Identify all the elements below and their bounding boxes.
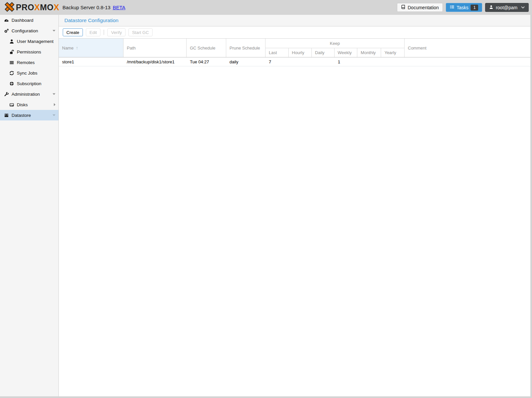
- sidebar-item-disks[interactable]: Disks: [0, 99, 58, 110]
- column-header-keep-monthly[interactable]: Monthly: [357, 48, 381, 57]
- sidebar-item-remotes[interactable]: Remotes: [0, 57, 58, 68]
- right-edge-gutter: [530, 15, 532, 396]
- support-lifering-icon: [9, 81, 14, 86]
- sidebar-item-dashboard[interactable]: Dashboard: [0, 15, 58, 25]
- chevron-down-icon: [53, 30, 55, 32]
- cell-path: /mnt/backup/disk1/store1: [124, 59, 187, 64]
- beta-link[interactable]: BETA: [113, 5, 125, 10]
- proxmox-logo: PROXMOX: [4, 2, 59, 13]
- datastore-grid: Name ↑ Path GC Schedule Prune Schedule K…: [59, 39, 530, 66]
- toolbar-separator: [104, 30, 104, 35]
- page-title: Datastore Configuration: [64, 17, 119, 23]
- user-menu-button[interactable]: root@pam: [485, 3, 529, 12]
- sidebar-item-datastore[interactable]: Datastore: [0, 110, 58, 120]
- table-row-store1[interactable]: store1 /mnt/backup/disk1/store1 Tue 04:2…: [59, 57, 530, 66]
- chevron-right-icon: [54, 103, 55, 106]
- gears-icon: [4, 28, 9, 33]
- start-gc-button[interactable]: Start GC: [128, 28, 153, 36]
- wrench-icon: [4, 92, 9, 97]
- proxmox-wordmark: PROXMOX: [16, 3, 59, 12]
- column-header-keep-hourly[interactable]: Hourly: [289, 48, 312, 57]
- body: Dashboard: [0, 15, 532, 396]
- edit-button[interactable]: Edit: [86, 28, 100, 36]
- column-group-keep: Keep Last Hourly Daily Weekly Monthly Ye…: [266, 39, 405, 57]
- chevron-down-icon: [53, 115, 55, 116]
- column-header-keep-daily[interactable]: Daily: [312, 48, 335, 57]
- header-actions: Documentation Tasks 1: [397, 3, 529, 12]
- sort-ascending-icon: ↑: [76, 45, 78, 50]
- tasks-button[interactable]: Tasks 1: [446, 3, 482, 12]
- column-header-keep-yearly[interactable]: Yearly: [381, 48, 404, 57]
- top-header: PROXMOX Backup Server 0.8-13 BETA Docume…: [0, 0, 532, 15]
- sidebar-item-sync-jobs[interactable]: Sync Jobs: [0, 68, 58, 78]
- column-header-keep: Keep: [266, 39, 404, 48]
- column-header-path[interactable]: Path: [124, 39, 187, 57]
- verify-button[interactable]: Verify: [107, 28, 125, 36]
- proxmox-x-mark-icon: [4, 2, 15, 13]
- sidebar-item-administration[interactable]: Administration: [0, 89, 58, 99]
- column-header-comment[interactable]: Comment: [405, 39, 530, 57]
- grid-header: Name ↑ Path GC Schedule Prune Schedule K…: [59, 39, 530, 57]
- keep-subcolumns: Last Hourly Daily Weekly Monthly Yearly: [266, 48, 404, 57]
- cell-keep-weekly: 1: [335, 59, 358, 64]
- sidebar-item-user-management[interactable]: User Management: [0, 36, 58, 47]
- create-button[interactable]: Create: [63, 28, 83, 36]
- sidebar: Dashboard: [0, 15, 59, 396]
- bottom-edge-strip: [0, 396, 532, 398]
- cell-keep-last: 7: [266, 59, 289, 64]
- user-icon: [9, 39, 14, 44]
- column-header-keep-weekly[interactable]: Weekly: [335, 48, 358, 57]
- dashboard-icon: [4, 18, 9, 23]
- cell-prune-schedule: daily: [226, 59, 266, 64]
- documentation-button[interactable]: Documentation: [397, 3, 443, 12]
- task-list-icon: [450, 5, 454, 10]
- unlock-icon: [9, 50, 14, 54]
- hard-disk-icon: [9, 102, 14, 107]
- sidebar-item-configuration[interactable]: Configuration: [0, 25, 58, 36]
- app-root: PROXMOX Backup Server 0.8-13 BETA Docume…: [0, 0, 532, 398]
- sidebar-item-subscription[interactable]: Subscription: [0, 78, 58, 89]
- toolbar: Create Edit Verify Start GC: [59, 26, 530, 39]
- column-header-gc-schedule[interactable]: GC Schedule: [187, 39, 226, 57]
- cell-gc-schedule: Tue 04:27: [187, 59, 226, 64]
- column-header-keep-last[interactable]: Last: [266, 48, 289, 57]
- list-bars-icon: [9, 60, 14, 65]
- chevron-down-icon: [521, 6, 525, 9]
- tasks-count-badge: 1: [471, 5, 478, 11]
- column-header-name[interactable]: Name ↑: [59, 39, 124, 57]
- product-name: Backup Server 0.8-13: [62, 5, 110, 10]
- cell-name: store1: [59, 59, 124, 64]
- sync-refresh-icon: [9, 71, 14, 76]
- book-icon: [401, 5, 406, 10]
- chevron-down-icon: [53, 93, 55, 95]
- main-panel: Datastore Configuration Create Edit Veri…: [59, 15, 530, 396]
- title-bar: Datastore Configuration: [59, 15, 530, 26]
- user-icon: [489, 5, 493, 10]
- column-header-prune-schedule[interactable]: Prune Schedule: [226, 39, 266, 57]
- archive-box-icon: [4, 113, 9, 118]
- sidebar-item-permissions[interactable]: Permissions: [0, 47, 58, 57]
